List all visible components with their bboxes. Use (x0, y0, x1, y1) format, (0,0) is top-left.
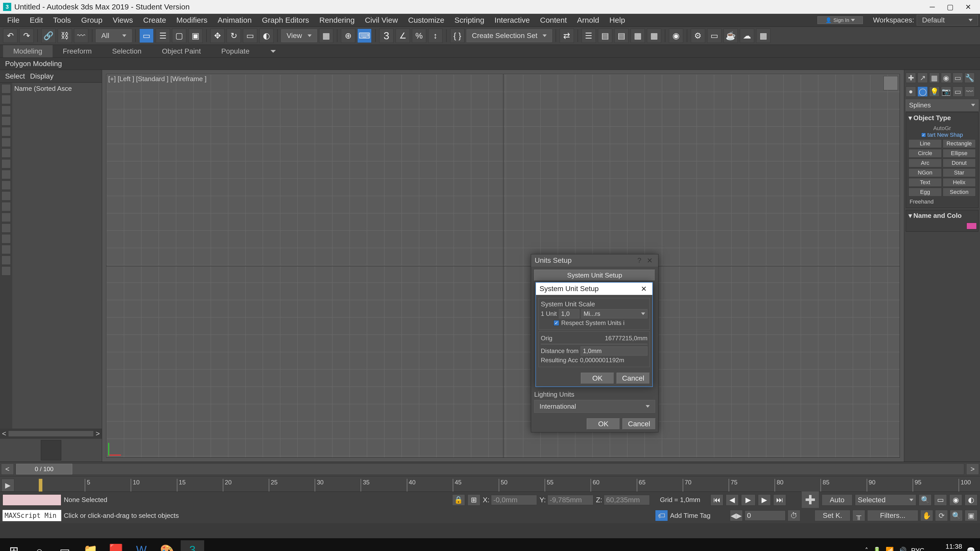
units-setup-cancel-button[interactable]: Cancel (622, 418, 655, 430)
key-left-button[interactable]: ◀▶ (730, 510, 743, 521)
snap-toggle-button[interactable]: 3 (379, 29, 393, 43)
taskbar-browser[interactable]: 🟥 (104, 540, 127, 551)
move-button[interactable]: ✥ (210, 29, 224, 43)
key-filters-dropdown[interactable]: Selected (855, 494, 916, 506)
se-icon-10[interactable] (2, 181, 11, 190)
units-setup-close-button[interactable]: ✕ (644, 256, 655, 265)
tray-wifi-icon[interactable]: 📶 (886, 547, 894, 551)
cmd-tab-hierarchy[interactable]: ▦ (929, 73, 939, 83)
cmd-tab-modify[interactable]: ↗ (918, 73, 928, 83)
menu-interactive[interactable]: Interactive (490, 14, 535, 26)
viewport[interactable]: [+] [Left ] [Standard ] [Wireframe ] Uni… (102, 70, 904, 462)
ribbon-tab-object-paint[interactable]: Object Paint (151, 45, 211, 57)
se-icon-7[interactable] (2, 148, 11, 158)
cmd-cat-shapes[interactable]: ◯ (918, 86, 928, 97)
placement-button[interactable]: ◐ (259, 29, 274, 43)
menu-customize[interactable]: Customize (403, 14, 449, 26)
tray-language[interactable]: РУС (911, 547, 924, 551)
prev-frame-button[interactable]: ◀ (726, 494, 738, 506)
obj-freehand[interactable]: Freehand (907, 197, 977, 206)
se-icon-12[interactable] (2, 202, 11, 211)
obj-line[interactable]: Line (908, 139, 942, 148)
se-icon-15[interactable] (2, 234, 11, 243)
tray-notifications[interactable]: 💬3 (967, 547, 975, 551)
unit-type-dropdown[interactable]: Mi...rs (581, 309, 648, 318)
current-frame-input[interactable]: 0 (745, 510, 786, 521)
taskbar-explorer[interactable]: 📁 (79, 540, 102, 551)
cmd-tab-display[interactable]: ▭ (953, 73, 963, 83)
menu-create[interactable]: Create (138, 14, 171, 26)
scroll-left-button[interactable]: < (2, 430, 6, 438)
menu-modifiers[interactable]: Modifiers (171, 14, 213, 26)
play-button[interactable]: ▶ (741, 494, 756, 506)
tray-volume-icon[interactable]: 🔊 (898, 547, 907, 551)
rotate-button[interactable]: ↻ (227, 29, 241, 43)
open-autodesk-button[interactable]: ▦ (756, 29, 770, 43)
key-filters-button[interactable]: ╥ (853, 510, 865, 521)
sign-in-button[interactable]: 👤 Sign In (818, 16, 862, 24)
schematic-view-button[interactable]: ▦ (647, 29, 661, 43)
taskbar-3dsmax[interactable]: 3 (181, 540, 204, 551)
task-view-button[interactable]: ▭ (53, 540, 76, 551)
scene-explorer-display-menu[interactable]: Display (30, 72, 54, 80)
time-slider-prev[interactable]: < (1, 464, 14, 475)
mirror-button[interactable]: ⇄ (560, 29, 574, 43)
manipulate-button[interactable]: ⊕ (341, 29, 355, 43)
scene-explorer-scrollbar[interactable]: < > (0, 429, 102, 439)
align-button[interactable]: ☰ (582, 29, 596, 43)
se-icon-18[interactable] (2, 266, 11, 275)
rectangular-region-button[interactable]: ▢ (172, 29, 186, 43)
minimize-button[interactable]: ─ (923, 0, 941, 14)
respect-checkbox[interactable]: ✓ (554, 320, 559, 326)
cmd-cat-helpers[interactable]: ▭ (953, 86, 963, 97)
ref-coord-dropdown[interactable]: View (281, 29, 317, 42)
obj-rectangle[interactable]: Rectangle (943, 139, 976, 148)
x-input[interactable]: -0,0mm (491, 495, 537, 505)
nav-orbit-button[interactable]: ⟳ (935, 510, 948, 521)
redo-button[interactable]: ↷ (19, 29, 34, 43)
ribbon-tab-populate[interactable]: Populate (211, 45, 260, 57)
scroll-right-button[interactable]: > (96, 430, 100, 438)
z-input[interactable]: 60,235mm (604, 495, 650, 505)
menu-content[interactable]: Content (535, 14, 572, 26)
nav-pan-button[interactable]: ✋ (920, 510, 933, 521)
link-button[interactable]: 🔗 (41, 29, 56, 43)
tray-chevron-icon[interactable]: ˄ (865, 547, 868, 551)
menu-edit[interactable]: Edit (24, 14, 48, 26)
scene-explorer-column-header[interactable]: Name (Sorted Asce (14, 85, 100, 93)
cmd-cat-geometry[interactable]: ● (906, 86, 916, 97)
obj-ellipse[interactable]: Ellipse (943, 149, 976, 158)
lighting-units-dropdown[interactable]: International (534, 400, 655, 413)
menu-animation[interactable]: Animation (213, 14, 257, 26)
material-editor-button[interactable]: ◉ (669, 29, 683, 43)
scale-button[interactable]: ▭ (243, 29, 257, 43)
render-in-cloud-button[interactable]: ☁ (740, 29, 754, 43)
rendered-frame-button[interactable]: ▭ (707, 29, 721, 43)
y-input[interactable]: -9,785mm (547, 495, 593, 505)
obj-arc[interactable]: Arc (908, 159, 942, 167)
pivot-center-button[interactable]: ▦ (319, 29, 333, 43)
nav-icon-3[interactable]: ◉ (950, 494, 962, 506)
units-setup-ok-button[interactable]: OK (587, 418, 620, 430)
system-unit-setup-close-button[interactable]: ✕ (638, 284, 649, 294)
nav-icon-4[interactable]: ◐ (965, 494, 977, 506)
menu-help[interactable]: Help (605, 14, 630, 26)
cmd-cat-cameras[interactable]: 📷 (941, 86, 951, 97)
viewport-label[interactable]: [+] [Left ] [Standard ] [Wireframe ] (108, 75, 207, 83)
obj-text[interactable]: Text (908, 178, 942, 187)
obj-circle[interactable]: Circle (908, 149, 942, 158)
scene-explorer-select-menu[interactable]: Select (5, 72, 25, 80)
nav-max-button[interactable]: ▣ (965, 510, 977, 521)
goto-start-button[interactable]: ⏮ (711, 494, 723, 506)
object-color-swatch[interactable] (966, 223, 977, 229)
obj-helix[interactable]: Helix (943, 178, 976, 187)
bind-button[interactable]: 〰 (74, 29, 88, 43)
render-production-button[interactable]: ☕ (724, 29, 738, 43)
menu-scripting[interactable]: Scripting (449, 14, 490, 26)
nav-zoom-button[interactable]: 🔍 (950, 510, 963, 521)
render-setup-button[interactable]: ⚙ (691, 29, 705, 43)
obj-donut[interactable]: Donut (943, 159, 976, 167)
next-frame-button[interactable]: ▶ (758, 494, 771, 506)
menu-civil-view[interactable]: Civil View (360, 14, 403, 26)
tray-clock[interactable]: 11:38 25.09.2018 (929, 543, 962, 551)
